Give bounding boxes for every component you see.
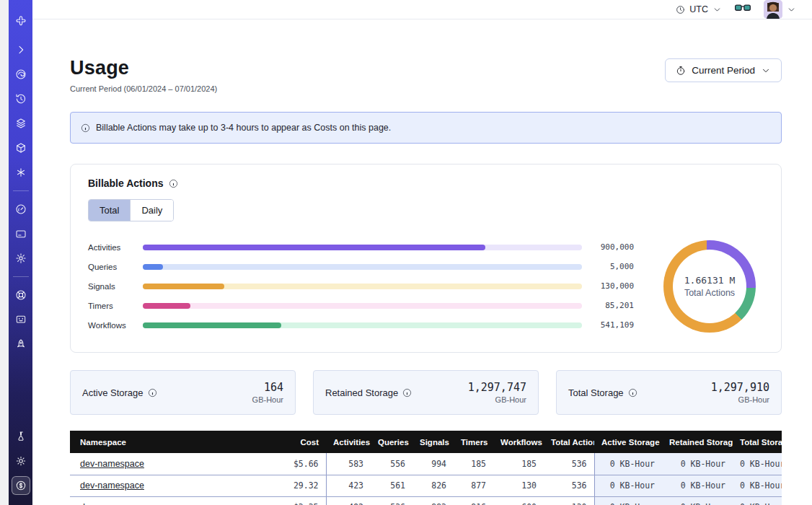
column-header-queries[interactable]: Queries: [371, 431, 412, 453]
cell-activities: 583: [326, 453, 371, 475]
namespace-link[interactable]: dev-namespace: [80, 502, 144, 505]
cell-queries: 556: [371, 453, 412, 475]
donut-center-label: Total Actions: [684, 288, 735, 298]
stopwatch-icon: [676, 66, 686, 76]
bar-track: [143, 303, 582, 309]
bar-track: [143, 264, 582, 270]
bar-row-workflows: Workflows541,109: [88, 315, 634, 335]
support-life-ring-icon[interactable]: [12, 286, 30, 304]
column-header-total_actions[interactable]: Total Actions: [544, 431, 594, 453]
sidebar: [9, 0, 32, 505]
nexus-asterisk-icon[interactable]: [12, 163, 30, 182]
page-subtitle: Current Period (06/01/2024 – 07/01/2024): [70, 84, 217, 93]
cell-timers: 877: [454, 475, 493, 496]
tab-daily[interactable]: Daily: [130, 200, 173, 221]
cell-cost: $5.66: [252, 453, 326, 475]
labs-flask-icon[interactable]: [12, 427, 30, 446]
storage-card-value-block: 1,297,910GB-Hour: [711, 381, 769, 404]
cell-timers: 185: [454, 453, 493, 475]
cell-signals: 994: [412, 453, 454, 475]
column-header-activities[interactable]: Activities: [326, 431, 371, 453]
cell-total_storage: 0 KB-Hour: [733, 475, 782, 496]
total-actions-donut-chart: 1.66131 M Total Actions: [663, 240, 756, 333]
settings-gear-icon[interactable]: [12, 249, 30, 268]
table-row: dev-namespace$3.354925368838166001300 KB…: [70, 496, 782, 505]
bar-track: [143, 284, 582, 289]
billable-actions-card: Billable Actions TotalDaily Activities90…: [70, 164, 782, 353]
bar-value: 5,000: [582, 262, 634, 271]
bar-fill: [143, 245, 485, 250]
bar-row-queries: Queries5,000: [88, 257, 634, 276]
feedback-monitor-icon[interactable]: [12, 310, 30, 329]
dollar-coin-icon[interactable]: [12, 476, 30, 495]
timezone-selector[interactable]: UTC: [676, 4, 722, 14]
cell-retained_storage: 0 KB-Hour: [662, 453, 733, 475]
namespace-usage-table: NamespaceCostActivitiesQueriesSignalsTim…: [70, 431, 782, 505]
storage-card-retained: Retained Storage1,297,747GB-Hour: [313, 370, 539, 415]
column-header-active_storage[interactable]: Active Storage: [594, 431, 662, 453]
banner-text: Billable Actions may take up to 3-4 hour…: [96, 123, 391, 133]
info-icon[interactable]: [148, 388, 157, 398]
storage-label-text: Retained Storage: [325, 387, 398, 398]
storage-unit: GB-Hour: [711, 395, 769, 404]
layers-icon[interactable]: [12, 114, 30, 133]
storage-value: 1,297,910: [711, 381, 769, 394]
cell-signals: 826: [412, 475, 454, 496]
temporal-logo[interactable]: [12, 12, 30, 30]
period-dropdown-button[interactable]: Current Period: [665, 58, 782, 82]
bar-fill: [143, 264, 163, 270]
user-menu[interactable]: [764, 0, 796, 19]
storage-card-label: Active Storage: [82, 387, 157, 398]
bar-value: 541,109: [582, 320, 634, 330]
billable-actions-title: Billable Actions: [88, 177, 164, 189]
usage-page: Usage Current Period (06/01/2024 – 07/01…: [32, 19, 812, 505]
column-header-timers[interactable]: Timers: [454, 431, 493, 453]
column-header-namespace[interactable]: Namespace: [70, 431, 252, 453]
storage-card-label: Total Storage: [568, 387, 637, 398]
cell-queries: 561: [371, 475, 412, 496]
storage-value: 1,297,747: [468, 381, 526, 394]
cell-cost: $3.35: [252, 496, 326, 505]
storage-card-label: Retained Storage: [325, 387, 412, 398]
info-icon[interactable]: [402, 388, 412, 398]
sidebar-expand-button[interactable]: [12, 40, 30, 59]
bar-value: 85,201: [582, 301, 634, 310]
namespace-link[interactable]: dev-namespace: [80, 480, 144, 491]
storage-unit: GB-Hour: [468, 395, 526, 404]
bar-label: Workflows: [88, 321, 143, 330]
namespaces-spiral-icon[interactable]: [12, 65, 30, 84]
bar-label: Queries: [88, 263, 143, 271]
cell-timers: 816: [454, 496, 493, 505]
storage-label-text: Total Storage: [568, 387, 624, 398]
theme-sun-icon[interactable]: [12, 452, 30, 470]
bar-label: Signals: [88, 282, 143, 291]
cell-queries: 536: [371, 496, 412, 505]
cell-active_storage: 0 KB-Hour: [594, 453, 662, 475]
cell-workflows: 130: [493, 475, 544, 496]
cell-total_actions: 536: [544, 475, 594, 496]
rocket-icon[interactable]: [12, 335, 30, 354]
storage-card-active: Active Storage164GB-Hour: [70, 370, 296, 415]
cell-signals: 883: [412, 496, 454, 505]
usage-gauge-icon[interactable]: [12, 200, 30, 219]
billable-actions-bar-chart: Activities900,000Queries5,000Signals130,…: [88, 237, 634, 335]
total-daily-tabs: TotalDaily: [88, 199, 174, 221]
column-header-total_storage[interactable]: Total Storage: [733, 431, 782, 453]
column-header-signals[interactable]: Signals: [412, 431, 454, 453]
column-header-retained_storage[interactable]: Retained Storage: [662, 431, 733, 453]
cell-active_storage: 0 KB-Hour: [594, 496, 662, 505]
info-icon[interactable]: [628, 388, 637, 398]
bar-track: [143, 245, 582, 250]
info-icon[interactable]: [169, 179, 178, 188]
namespace-link[interactable]: dev-namespace: [80, 459, 144, 469]
schedules-clock-icon[interactable]: [12, 89, 30, 108]
storage-unit: GB-Hour: [252, 395, 283, 404]
glasses-icon[interactable]: [735, 3, 751, 16]
tab-total[interactable]: Total: [89, 200, 130, 221]
column-header-cost[interactable]: Cost: [252, 431, 326, 453]
cell-workflows: 600: [493, 496, 544, 505]
billing-card-icon[interactable]: [12, 224, 30, 243]
cube-icon[interactable]: [12, 139, 30, 157]
column-header-workflows[interactable]: Workflows: [493, 431, 544, 453]
sidebar-divider: [13, 276, 29, 277]
